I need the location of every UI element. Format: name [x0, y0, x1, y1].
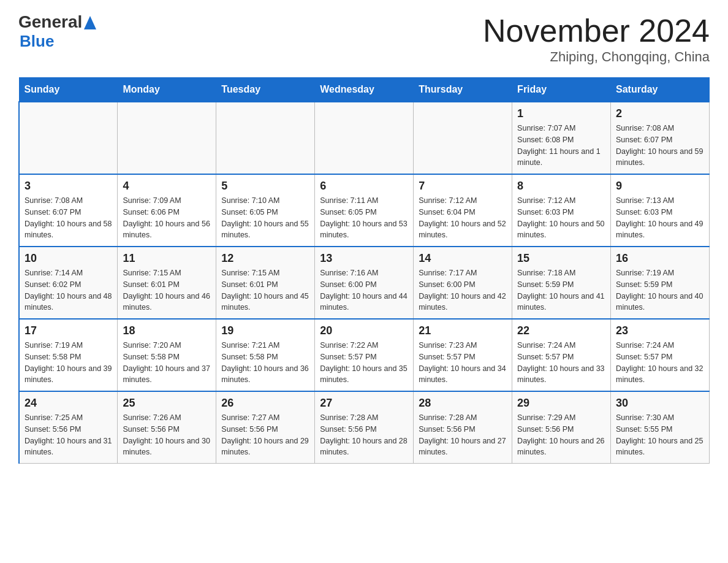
day-number: 15 [517, 252, 605, 265]
calendar-header-row: SundayMondayTuesdayWednesdayThursdayFrid… [19, 78, 710, 102]
calendar-cell: 9Sunrise: 7:13 AMSunset: 6:03 PMDaylight… [611, 174, 710, 247]
calendar-cell: 25Sunrise: 7:26 AMSunset: 5:56 PMDayligh… [118, 391, 216, 464]
day-number: 24 [25, 397, 112, 410]
day-number: 6 [320, 180, 408, 193]
day-info: Sunrise: 7:23 AMSunset: 5:57 PMDaylight:… [419, 340, 507, 386]
weekday-header-friday: Friday [512, 78, 611, 102]
day-info: Sunrise: 7:10 AMSunset: 6:05 PMDaylight:… [221, 195, 309, 241]
logo-triangle-icon [84, 16, 96, 29]
calendar-week-row: 1Sunrise: 7:07 AMSunset: 6:08 PMDaylight… [19, 102, 710, 174]
calendar-cell: 7Sunrise: 7:12 AMSunset: 6:04 PMDaylight… [414, 174, 512, 247]
day-info: Sunrise: 7:12 AMSunset: 6:03 PMDaylight:… [517, 195, 605, 241]
day-number: 8 [517, 180, 605, 193]
day-number: 27 [320, 397, 408, 410]
day-info: Sunrise: 7:21 AMSunset: 5:58 PMDaylight:… [221, 340, 309, 386]
calendar-cell: 3Sunrise: 7:08 AMSunset: 6:07 PMDaylight… [19, 174, 118, 247]
day-info: Sunrise: 7:26 AMSunset: 5:56 PMDaylight:… [123, 412, 211, 458]
calendar-table: SundayMondayTuesdayWednesdayThursdayFrid… [18, 77, 710, 464]
location-title: Zhiping, Chongqing, China [483, 49, 710, 65]
day-info: Sunrise: 7:12 AMSunset: 6:04 PMDaylight:… [419, 195, 507, 241]
calendar-week-row: 10Sunrise: 7:14 AMSunset: 6:02 PMDayligh… [19, 247, 710, 319]
logo-text-blue: Blue [20, 32, 54, 50]
calendar-cell: 8Sunrise: 7:12 AMSunset: 6:03 PMDaylight… [512, 174, 611, 247]
calendar-cell: 30Sunrise: 7:30 AMSunset: 5:55 PMDayligh… [611, 391, 710, 464]
logo: General Blue [18, 12, 96, 51]
day-number: 28 [419, 397, 507, 410]
weekday-header-thursday: Thursday [414, 78, 512, 102]
day-number: 23 [616, 324, 704, 337]
day-info: Sunrise: 7:20 AMSunset: 5:58 PMDaylight:… [123, 340, 211, 386]
calendar-cell: 11Sunrise: 7:15 AMSunset: 6:01 PMDayligh… [118, 247, 216, 319]
title-area: November 2024 Zhiping, Chongqing, China [483, 12, 710, 65]
calendar-cell [315, 102, 414, 174]
page-header: General Blue November 2024 Zhiping, Chon… [18, 12, 710, 65]
day-info: Sunrise: 7:30 AMSunset: 5:55 PMDaylight:… [616, 412, 704, 458]
day-number: 2 [616, 107, 704, 120]
calendar-cell: 29Sunrise: 7:29 AMSunset: 5:56 PMDayligh… [512, 391, 611, 464]
day-number: 13 [320, 252, 408, 265]
day-number: 11 [123, 252, 211, 265]
calendar-cell: 12Sunrise: 7:15 AMSunset: 6:01 PMDayligh… [216, 247, 315, 319]
calendar-cell: 14Sunrise: 7:17 AMSunset: 6:00 PMDayligh… [414, 247, 512, 319]
day-number: 30 [616, 397, 704, 410]
day-info: Sunrise: 7:24 AMSunset: 5:57 PMDaylight:… [616, 340, 704, 386]
day-info: Sunrise: 7:29 AMSunset: 5:56 PMDaylight:… [517, 412, 605, 458]
calendar-cell: 21Sunrise: 7:23 AMSunset: 5:57 PMDayligh… [414, 319, 512, 391]
weekday-header-monday: Monday [118, 78, 216, 102]
day-number: 20 [320, 324, 408, 337]
calendar-cell: 4Sunrise: 7:09 AMSunset: 6:06 PMDaylight… [118, 174, 216, 247]
day-number: 17 [25, 324, 112, 337]
day-number: 25 [123, 397, 211, 410]
calendar-cell: 23Sunrise: 7:24 AMSunset: 5:57 PMDayligh… [611, 319, 710, 391]
logo-text-general: General [18, 12, 82, 32]
calendar-cell [216, 102, 315, 174]
calendar-cell: 19Sunrise: 7:21 AMSunset: 5:58 PMDayligh… [216, 319, 315, 391]
weekday-header-sunday: Sunday [19, 78, 118, 102]
calendar-cell: 18Sunrise: 7:20 AMSunset: 5:58 PMDayligh… [118, 319, 216, 391]
day-number: 3 [25, 180, 112, 193]
day-info: Sunrise: 7:24 AMSunset: 5:57 PMDaylight:… [517, 340, 605, 386]
day-number: 21 [419, 324, 507, 337]
calendar-cell: 2Sunrise: 7:08 AMSunset: 6:07 PMDaylight… [611, 102, 710, 174]
day-info: Sunrise: 7:25 AMSunset: 5:56 PMDaylight:… [25, 412, 112, 458]
day-number: 1 [517, 107, 605, 120]
calendar-cell: 20Sunrise: 7:22 AMSunset: 5:57 PMDayligh… [315, 319, 414, 391]
day-number: 4 [123, 180, 211, 193]
calendar-cell: 28Sunrise: 7:28 AMSunset: 5:56 PMDayligh… [414, 391, 512, 464]
svg-marker-0 [84, 16, 96, 29]
day-number: 9 [616, 180, 704, 193]
day-info: Sunrise: 7:15 AMSunset: 6:01 PMDaylight:… [221, 267, 309, 313]
day-number: 7 [419, 180, 507, 193]
day-info: Sunrise: 7:08 AMSunset: 6:07 PMDaylight:… [616, 123, 704, 169]
day-number: 16 [616, 252, 704, 265]
calendar-cell: 26Sunrise: 7:27 AMSunset: 5:56 PMDayligh… [216, 391, 315, 464]
calendar-cell: 17Sunrise: 7:19 AMSunset: 5:58 PMDayligh… [19, 319, 118, 391]
day-info: Sunrise: 7:18 AMSunset: 5:59 PMDaylight:… [517, 267, 605, 313]
day-info: Sunrise: 7:15 AMSunset: 6:01 PMDaylight:… [123, 267, 211, 313]
weekday-header-wednesday: Wednesday [315, 78, 414, 102]
calendar-cell: 27Sunrise: 7:28 AMSunset: 5:56 PMDayligh… [315, 391, 414, 464]
day-number: 26 [221, 397, 309, 410]
weekday-header-saturday: Saturday [611, 78, 710, 102]
day-number: 19 [221, 324, 309, 337]
calendar-week-row: 3Sunrise: 7:08 AMSunset: 6:07 PMDaylight… [19, 174, 710, 247]
day-number: 5 [221, 180, 309, 193]
calendar-week-row: 17Sunrise: 7:19 AMSunset: 5:58 PMDayligh… [19, 319, 710, 391]
day-number: 22 [517, 324, 605, 337]
day-number: 14 [419, 252, 507, 265]
day-info: Sunrise: 7:07 AMSunset: 6:08 PMDaylight:… [517, 123, 605, 169]
day-info: Sunrise: 7:22 AMSunset: 5:57 PMDaylight:… [320, 340, 408, 386]
day-info: Sunrise: 7:19 AMSunset: 5:58 PMDaylight:… [25, 340, 112, 386]
day-number: 10 [25, 252, 112, 265]
day-info: Sunrise: 7:13 AMSunset: 6:03 PMDaylight:… [616, 195, 704, 241]
calendar-cell: 6Sunrise: 7:11 AMSunset: 6:05 PMDaylight… [315, 174, 414, 247]
month-title: November 2024 [483, 12, 710, 49]
day-info: Sunrise: 7:27 AMSunset: 5:56 PMDaylight:… [221, 412, 309, 458]
day-number: 18 [123, 324, 211, 337]
calendar-cell: 22Sunrise: 7:24 AMSunset: 5:57 PMDayligh… [512, 319, 611, 391]
day-info: Sunrise: 7:19 AMSunset: 5:59 PMDaylight:… [616, 267, 704, 313]
weekday-header-tuesday: Tuesday [216, 78, 315, 102]
calendar-cell [118, 102, 216, 174]
day-info: Sunrise: 7:08 AMSunset: 6:07 PMDaylight:… [25, 195, 112, 241]
calendar-cell: 5Sunrise: 7:10 AMSunset: 6:05 PMDaylight… [216, 174, 315, 247]
